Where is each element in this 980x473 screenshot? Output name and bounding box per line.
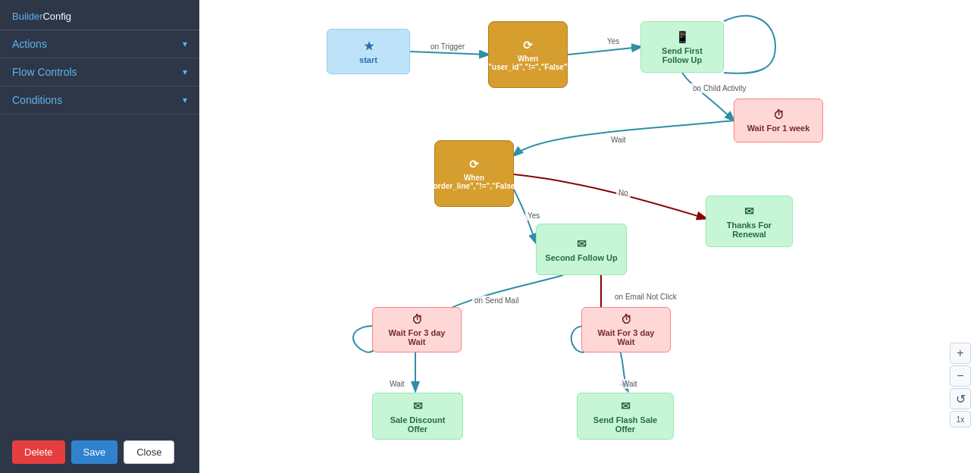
phone-icon: 📱 [675, 30, 690, 44]
sidebar-title: BuilderConfig [0, 0, 199, 30]
start-node[interactable]: ★ start [327, 29, 410, 74]
label-no: No [616, 188, 631, 198]
sale-node[interactable]: ✉ Sale Discount Offer [372, 393, 463, 440]
condition2-label: When [["order_line","!=","False"]] [424, 174, 523, 190]
clock-icon2: ⏱ [412, 313, 423, 326]
save-button[interactable]: Save [71, 440, 118, 464]
second-label: Second Follow Up [545, 253, 617, 262]
clock-icon3: ⏱ [621, 313, 632, 326]
label-wait-left: Wait [387, 379, 407, 389]
sidebar-item-conditions[interactable]: Conditions ▾ [0, 86, 199, 114]
label-on-email-not-click: on Email Not Click [612, 292, 679, 302]
zoom-out-button[interactable]: − [950, 365, 971, 387]
label-wait-right: Wait [620, 379, 640, 389]
zoom-controls: + − ↺ 1x [950, 343, 971, 428]
flash-label: Send Flash Sale Offer [585, 415, 665, 434]
flow-controls-label: Flow Controls [12, 66, 77, 78]
mail-icon2: ✉ [577, 237, 587, 251]
thanks-label: Thanks For Renewal [714, 221, 784, 239]
sidebar-footer: Delete Save Close [0, 431, 199, 473]
condition1-label: When [["user_id","!=","False"]] [484, 55, 573, 71]
thanks-node[interactable]: ✉ Thanks For Renewal [706, 196, 793, 247]
zoom-reset-button[interactable]: ↺ [950, 388, 971, 409]
wait1-node[interactable]: ⏱ Wait For 1 week [734, 99, 823, 143]
star-icon: ★ [364, 39, 374, 53]
wait1-label: Wait For 1 week [747, 124, 810, 133]
mail-icon: ✉ [744, 205, 754, 218]
clock-icon: ⏱ [773, 108, 784, 121]
second-node[interactable]: ✉ Second Follow Up [536, 224, 627, 275]
label-yes2: Yes [525, 211, 542, 221]
builder-label: Builder [12, 11, 42, 22]
send-first-node[interactable]: 📱 Send First Follow Up [640, 21, 724, 73]
send-first-label: Send First Follow Up [649, 46, 715, 64]
label-on-trigger: on Trigger [428, 42, 467, 52]
mail-icon3: ✉ [413, 399, 423, 413]
actions-label: Actions [12, 38, 47, 50]
sale-label: Sale Discount Offer [380, 415, 455, 434]
condition1-node[interactable]: ⟳ When [["user_id","!=","False"]] [488, 21, 568, 88]
chevron-down-icon: ▾ [183, 95, 187, 105]
wait-left-node[interactable]: ⏱ Wait For 3 day Wait [372, 307, 462, 352]
label-on-child: on Child Activity [690, 83, 749, 93]
sidebar-item-flow-controls[interactable]: Flow Controls ▾ [0, 58, 199, 86]
close-button[interactable]: Close [124, 440, 174, 464]
zoom-in-button[interactable]: + [950, 343, 971, 364]
sidebar: BuilderConfig Actions ▾ Flow Controls ▾ … [0, 0, 199, 473]
chevron-down-icon: ▾ [183, 39, 187, 49]
condition2-node[interactable]: ⟳ When [["order_line","!=","False"]] [434, 140, 514, 207]
refresh-icon2: ⟳ [469, 158, 479, 171]
config-label: Config [42, 11, 71, 22]
mail-icon4: ✉ [621, 399, 631, 413]
wait-right-label: Wait For 3 day Wait [590, 328, 662, 346]
delete-button[interactable]: Delete [12, 440, 65, 464]
label-yes1: Yes [605, 36, 622, 46]
start-label: start [359, 55, 377, 64]
sidebar-item-actions[interactable]: Actions ▾ [0, 30, 199, 58]
wait-right-node[interactable]: ⏱ Wait For 3 day Wait [581, 307, 671, 352]
canvas: ★ start ⟳ When [["user_id","!=","False"]… [199, 0, 980, 473]
wait-left-label: Wait For 3 day Wait [380, 328, 453, 346]
conditions-label: Conditions [12, 94, 62, 106]
flash-node[interactable]: ✉ Send Flash Sale Offer [577, 393, 674, 440]
label-wait: Wait [609, 135, 628, 145]
refresh-icon: ⟳ [523, 39, 533, 52]
zoom-level: 1x [950, 411, 971, 428]
chevron-down-icon: ▾ [183, 67, 187, 77]
label-on-send-mail: on Send Mail [472, 296, 521, 305]
